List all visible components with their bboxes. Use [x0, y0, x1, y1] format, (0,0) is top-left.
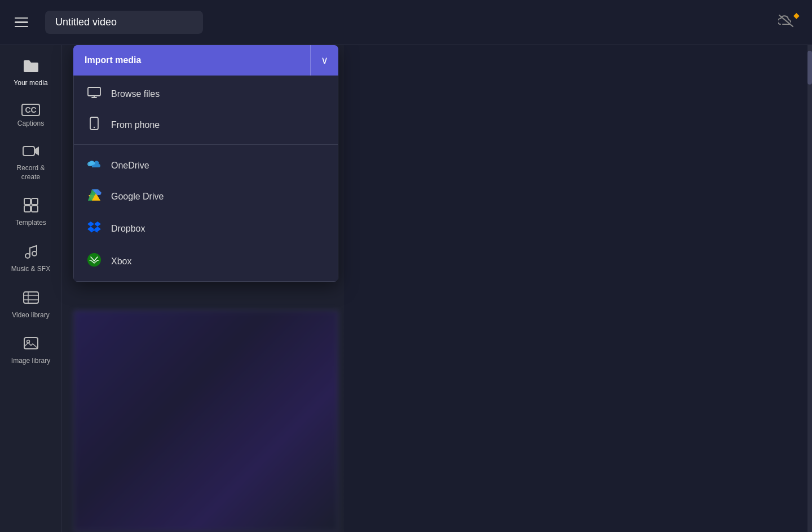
dropbox-label: Dropbox: [111, 224, 145, 234]
svg-rect-1: [23, 147, 34, 156]
sidebar-item-image-library[interactable]: Image library: [0, 327, 61, 374]
image-library-icon: [23, 335, 39, 353]
browse-files-label: Browse files: [111, 89, 160, 99]
google-drive-item[interactable]: Google Drive: [74, 180, 338, 212]
dropbox-icon: [86, 220, 102, 237]
templates-icon: [23, 197, 39, 215]
import-media-button[interactable]: Import media: [73, 45, 310, 76]
scrollbar-thumb[interactable]: [807, 51, 812, 85]
svg-rect-8: [24, 292, 38, 303]
import-dropdown-chevron-button[interactable]: ∨: [310, 45, 338, 76]
sidebar-label-captions: Captions: [17, 119, 44, 128]
sidebar-item-your-media[interactable]: Your media: [0, 51, 61, 96]
sidebar-label-music-sfx: Music & SFX: [11, 265, 50, 274]
svg-rect-3: [32, 198, 38, 205]
record-icon: [23, 144, 39, 161]
from-phone-item[interactable]: From phone: [74, 109, 338, 141]
google-drive-label: Google Drive: [111, 192, 164, 202]
svg-rect-4: [24, 206, 30, 212]
svg-point-7: [32, 251, 37, 256]
sidebar-label-record-create: Record & create: [16, 164, 45, 181]
dropbox-item[interactable]: Dropbox: [74, 212, 338, 245]
top-bar: ◆: [0, 0, 812, 45]
scrollbar-track[interactable]: [807, 45, 812, 532]
google-drive-icon: [86, 188, 102, 205]
import-button-row: Import media ∨: [73, 45, 338, 76]
hamburger-line: [15, 17, 28, 19]
sidebar-item-templates[interactable]: Templates: [0, 189, 61, 236]
import-media-dropdown: Import media ∨ Browse files: [73, 45, 338, 282]
onedrive-item[interactable]: OneDrive: [74, 150, 338, 180]
top-bar-actions: ◆: [778, 14, 803, 31]
svg-point-6: [25, 254, 30, 258]
phone-icon: [86, 117, 102, 133]
premium-diamond-badge: ◆: [793, 11, 800, 20]
cloud-off-icon[interactable]: ◆: [778, 14, 794, 31]
svg-point-17: [87, 253, 101, 267]
onedrive-icon: [86, 158, 102, 172]
sidebar-label-video-library: Video library: [12, 311, 49, 320]
video-library-icon: [23, 290, 39, 308]
from-phone-label: From phone: [111, 120, 160, 130]
content-panel: Import media ∨ Browse files: [62, 45, 344, 532]
svg-rect-2: [24, 198, 30, 205]
sidebar-label-image-library: Image library: [11, 357, 50, 366]
sidebar-item-captions[interactable]: CC Captions: [0, 96, 61, 136]
sidebar-item-music-sfx[interactable]: Music & SFX: [0, 236, 61, 282]
sidebar: Your media CC Captions Record & create: [0, 45, 62, 532]
svg-rect-12: [24, 338, 38, 349]
top-bar-center: [34, 11, 778, 34]
folder-icon: [23, 59, 39, 76]
cloud-import-section: OneDrive: [74, 144, 338, 281]
editor-area: [344, 45, 812, 532]
video-title-input[interactable]: [45, 11, 203, 34]
import-dropdown-menu: Browse files From phone: [73, 76, 338, 282]
sidebar-item-video-library[interactable]: Video library: [0, 282, 61, 328]
xbox-item[interactable]: Xbox: [74, 245, 338, 278]
hamburger-line: [15, 26, 28, 28]
blurred-media-area: [73, 310, 338, 532]
local-import-section: Browse files From phone: [74, 76, 338, 144]
main-area: Your media CC Captions Record & create: [0, 45, 812, 532]
sidebar-item-record-create[interactable]: Record & create: [0, 136, 61, 189]
sidebar-label-your-media: Your media: [14, 79, 47, 88]
hamburger-menu-button[interactable]: [9, 10, 34, 35]
svg-rect-5: [32, 206, 38, 212]
svg-point-16: [94, 127, 95, 128]
xbox-label: Xbox: [111, 256, 131, 267]
music-icon: [23, 243, 39, 261]
browse-files-item[interactable]: Browse files: [74, 79, 338, 109]
cloud-slash-svg: [778, 14, 794, 28]
svg-rect-14: [88, 87, 100, 96]
captions-icon: CC: [21, 104, 39, 116]
hamburger-line: [15, 21, 28, 23]
onedrive-label: OneDrive: [111, 161, 149, 171]
xbox-icon: [86, 252, 102, 270]
monitor-icon: [86, 87, 102, 101]
sidebar-label-templates: Templates: [15, 219, 46, 228]
